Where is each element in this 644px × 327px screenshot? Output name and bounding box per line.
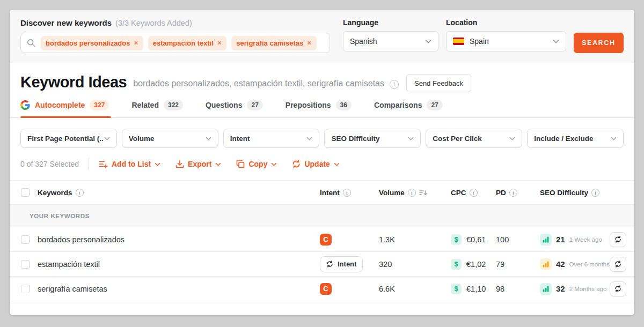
tab-label: Autocomplete (35, 101, 85, 109)
pd-value: 98 (496, 285, 540, 293)
language-value: Spanish (350, 37, 377, 46)
tab-label: Comparisons (374, 101, 422, 109)
keyword-chip[interactable]: serigrafía camisetas (231, 36, 316, 50)
filter-seo-difficulty[interactable]: SEO Difficulty (324, 129, 421, 148)
tab-comparisons[interactable]: Comparisons 27 (374, 100, 443, 117)
keyword-tool-window: Discover new keywords (3/3 Keywords Adde… (10, 10, 634, 315)
cpc-value: €1,10 (466, 285, 486, 293)
remove-keyword-icon[interactable] (307, 40, 311, 46)
export-icon (175, 160, 184, 168)
column-intent: Intent (320, 189, 340, 197)
row-refresh-button[interactable] (610, 281, 626, 296)
seo-updated: 2 Months ago (569, 286, 607, 292)
row-refresh-button[interactable] (610, 257, 626, 272)
location-value: Spain (470, 37, 489, 46)
info-icon[interactable] (470, 189, 478, 197)
filter-volume[interactable]: Volume (122, 129, 218, 148)
google-icon (20, 100, 30, 110)
select-all-checkbox[interactable] (21, 188, 30, 197)
seo-score: 21 (556, 235, 565, 244)
chevron-down-icon (408, 137, 414, 140)
seo-bars-icon (540, 258, 552, 270)
intent-button-label: Intent (338, 260, 356, 268)
chevron-down-icon (271, 162, 277, 166)
selected-count: 0 of 327 Selected (20, 160, 79, 168)
export-label: Export (188, 160, 211, 168)
chevron-down-icon (334, 162, 340, 166)
seo-bars-icon (540, 234, 552, 246)
intent-commercial-badge: C (320, 234, 332, 246)
info-icon[interactable] (408, 189, 416, 197)
keyword-text[interactable]: estampación textil (38, 260, 320, 269)
location-field: Location Spain (446, 18, 566, 63)
language-field: Language Spanish (343, 18, 438, 63)
tab-autocomplete[interactable]: Autocomplete 327 (20, 100, 109, 117)
column-cpc: CPC (451, 189, 466, 197)
pd-value: 100 (496, 235, 540, 244)
sort-icon[interactable] (419, 189, 427, 196)
filter-cost-per-click[interactable]: Cost Per Click (426, 129, 522, 148)
remove-keyword-icon[interactable] (134, 40, 138, 46)
remove-keyword-icon[interactable] (217, 40, 222, 46)
tab-related[interactable]: Related 322 (131, 100, 183, 117)
keyword-chip-label: serigrafía camisetas (236, 39, 303, 47)
send-feedback-button[interactable]: Send Feedback (406, 74, 471, 92)
row-checkbox[interactable] (21, 285, 30, 293)
filter-bar: First Page Potential (.. Volume Intent S… (10, 118, 634, 148)
keyword-chip[interactable]: estampación textil (148, 36, 227, 50)
page-title: Keyword Ideas (20, 73, 127, 91)
info-icon[interactable] (390, 80, 399, 89)
add-to-list-button[interactable]: Add to List (99, 160, 160, 168)
filter-intent[interactable]: Intent (223, 129, 320, 148)
chevron-down-icon (306, 137, 312, 140)
info-icon[interactable] (509, 189, 517, 197)
cpc-value: €0,61 (466, 235, 486, 244)
row-refresh-button[interactable] (610, 232, 626, 247)
seo-updated: 1 Week ago (569, 236, 602, 243)
keyword-chip[interactable]: bordados personalizados (41, 36, 143, 50)
tab-questions[interactable]: Questions 27 (206, 100, 263, 117)
info-icon[interactable] (591, 189, 599, 197)
location-label: Location (446, 18, 566, 27)
row-checkbox[interactable] (21, 260, 30, 269)
update-button[interactable]: Update (292, 160, 339, 168)
tab-prepositions[interactable]: Prepositions 36 (286, 100, 352, 117)
keyword-text[interactable]: bordados personalizados (38, 235, 320, 244)
search-button[interactable]: SEARCH (574, 33, 624, 53)
volume-value: 1.3K (379, 235, 451, 244)
chevron-down-icon (104, 137, 110, 140)
filter-include-exclude[interactable]: Include / Exclude (527, 129, 624, 148)
filter-label: Cost Per Click (433, 135, 482, 143)
filter-first-page-potential[interactable]: First Page Potential (.. (20, 129, 117, 148)
seo-updated: Over 6 months (569, 261, 610, 267)
pd-value: 79 (496, 260, 540, 269)
language-select[interactable]: Spanish (343, 31, 438, 51)
copy-button[interactable]: Copy (236, 160, 277, 168)
dollar-icon (451, 259, 462, 270)
filter-label: Intent (230, 135, 250, 143)
info-icon[interactable] (343, 189, 351, 197)
refresh-icon (614, 236, 621, 243)
cpc-value: €1,02 (466, 260, 486, 269)
row-checkbox[interactable] (21, 235, 30, 244)
tab-count-badge: 36 (336, 100, 352, 110)
keyword-search-input[interactable]: bordados personalizados estampación text… (20, 33, 330, 53)
volume-value: 6.6K (379, 285, 451, 293)
filter-label: Include / Exclude (534, 135, 593, 143)
tab-label: Prepositions (286, 101, 331, 109)
discover-keywords-panel: Discover new keywords (3/3 Keywords Adde… (10, 10, 634, 63)
tab-count-badge: 327 (90, 100, 109, 110)
location-select[interactable]: Spain (446, 31, 566, 51)
dollar-icon (451, 284, 462, 294)
info-icon[interactable] (76, 189, 84, 197)
keyword-text[interactable]: serigrafía camisetas (38, 285, 320, 293)
result-tabs: Autocomplete 327 Related 322 Questions 2… (10, 100, 634, 118)
chevron-down-icon (611, 137, 617, 140)
get-intent-button[interactable]: Intent (320, 256, 363, 272)
chevron-down-icon (553, 39, 559, 43)
keyword-chip-label: estampación textil (153, 39, 214, 47)
refresh-icon (292, 160, 301, 168)
search-icon (26, 38, 36, 48)
volume-value: 320 (379, 260, 451, 269)
export-button[interactable]: Export (175, 160, 221, 168)
